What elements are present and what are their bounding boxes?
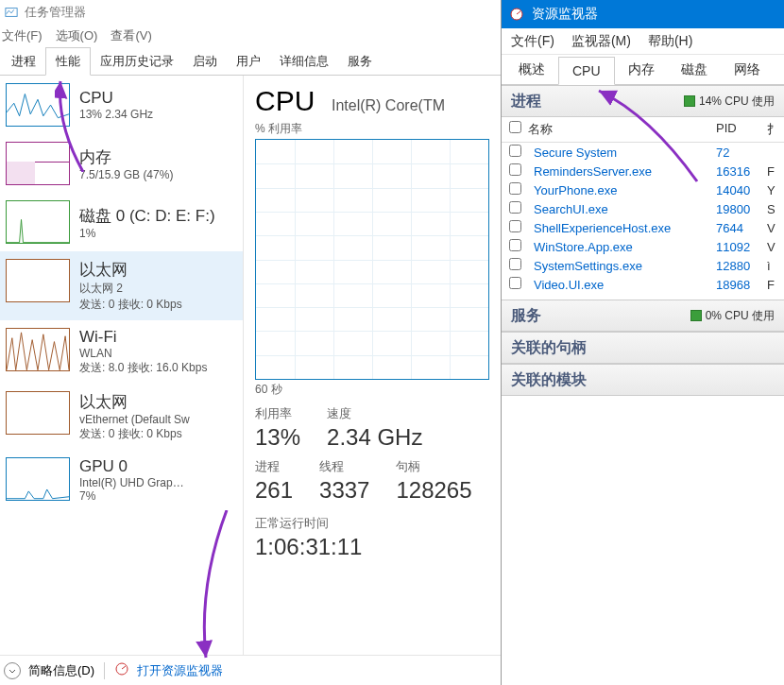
process-table-header: 名称 PID 扌 <box>502 117 784 143</box>
sidebar-item-gpu[interactable]: GPU 0 Intel(R) UHD Grap… 7% <box>0 450 243 510</box>
chevron-down-icon[interactable] <box>4 662 21 679</box>
tab-startup[interactable]: 启动 <box>183 48 227 75</box>
sidebar-cpu-title: CPU <box>79 89 237 108</box>
process-name: RemindersServer.exe <box>534 164 716 179</box>
open-resource-monitor-link[interactable]: 打开资源监视器 <box>137 662 223 679</box>
resource-monitor-window: 资源监视器 文件(F) 监视器(M) 帮助(H) 概述 CPU 内存 磁盘 网络… <box>501 0 784 685</box>
row-checkbox[interactable] <box>509 258 521 270</box>
task-manager-icon <box>4 5 19 20</box>
table-row[interactable]: ShellExperienceHost.exe7644V <box>502 218 784 237</box>
menubar: 文件(F) 选项(O) 查看(V) <box>0 25 501 47</box>
detail-pane: CPU Intel(R) Core(TM % 利用率 60 秒 利用率 13% … <box>244 76 501 655</box>
section-services[interactable]: 服务 0% CPU 使用 <box>502 300 784 332</box>
footer: 简略信息(D) 打开资源监视器 <box>0 655 501 685</box>
cpu-usage-badge: 14% CPU 使用 <box>684 94 775 110</box>
menu-options[interactable]: 选项(O) <box>56 27 98 44</box>
section-handles[interactable]: 关联的句柄 <box>502 332 784 364</box>
stat-threads: 3337 <box>319 477 369 504</box>
sidebar-cpu-sub: 13% 2.34 GHz <box>79 108 237 121</box>
row-checkbox[interactable] <box>509 145 521 157</box>
svg-line-2 <box>122 666 126 669</box>
stat-handles: 128265 <box>396 477 471 504</box>
rm-menu-monitor[interactable]: 监视器(M) <box>571 33 631 50</box>
process-name: SearchUI.exe <box>534 202 716 216</box>
chart-x-label: 60 秒 <box>255 382 501 398</box>
table-row[interactable]: SystemSettings.exe12880ì <box>502 256 784 275</box>
row-checkbox[interactable] <box>509 239 521 251</box>
rm-tab-network[interactable]: 网络 <box>721 56 774 84</box>
process-name: YourPhone.exe <box>534 183 716 197</box>
process-name: SystemSettings.exe <box>534 259 716 273</box>
select-all-checkbox[interactable] <box>509 121 521 133</box>
stat-uptime: 1:06:31:11 <box>255 534 501 560</box>
rm-title-text: 资源监视器 <box>532 6 598 23</box>
task-manager-window: 任务管理器 文件(F) 选项(O) 查看(V) 进程 性能 应用历史记录 启动 … <box>0 0 501 685</box>
process-name: ShellExperienceHost.exe <box>534 221 716 235</box>
col-name[interactable]: 名称 <box>528 121 716 138</box>
sidebar-item-vethernet[interactable]: 以太网 vEthernet (Default Sw 发送: 0 接收: 0 Kb… <box>0 384 243 450</box>
rm-menu-file[interactable]: 文件(F) <box>511 33 554 50</box>
stat-speed: 2.34 GHz <box>327 424 422 451</box>
tab-services[interactable]: 服务 <box>338 48 382 75</box>
resource-monitor-icon <box>114 661 129 679</box>
table-row[interactable]: YourPhone.exe14040Y <box>502 180 784 199</box>
cpu-model: Intel(R) Core(TM <box>332 97 445 113</box>
stat-utilization: 13% <box>255 424 300 451</box>
process-pid: 11092 <box>716 240 767 254</box>
process-pid: 72 <box>716 146 767 160</box>
table-row[interactable]: SearchUI.exe19800S <box>502 199 784 218</box>
sidebar-item-wifi[interactable]: Wi-Fi WLAN 发送: 8.0 接收: 16.0 Kbps <box>0 320 243 384</box>
rm-tab-memory[interactable]: 内存 <box>615 56 668 84</box>
rm-tabbar: 概述 CPU 内存 磁盘 网络 <box>502 55 784 85</box>
rm-menu-help[interactable]: 帮助(H) <box>648 33 692 50</box>
tab-users[interactable]: 用户 <box>227 48 270 75</box>
brief-info[interactable]: 简略信息(D) <box>28 662 94 679</box>
process-pid: 18968 <box>716 278 767 292</box>
row-checkbox[interactable] <box>509 201 521 214</box>
process-table-body: Secure System72RemindersServer.exe16316F… <box>502 143 784 294</box>
process-name: Secure System <box>534 146 716 160</box>
sidebar-item-cpu[interactable]: CPU 13% 2.34 GHz <box>0 76 243 134</box>
chart-y-label: % 利用率 <box>255 121 501 137</box>
process-name: WinStore.App.exe <box>534 240 716 254</box>
title-text: 任务管理器 <box>25 4 86 21</box>
section-processes[interactable]: 进程 14% CPU 使用 <box>502 85 784 117</box>
sidebar-mem-title: 内存 <box>79 146 237 168</box>
process-pid: 14040 <box>716 183 767 197</box>
rm-titlebar: 资源监视器 <box>502 0 784 28</box>
table-row[interactable]: Video.UI.exe18968F <box>502 275 784 294</box>
row-checkbox[interactable] <box>509 163 521 176</box>
tab-processes[interactable]: 进程 <box>2 48 45 75</box>
row-checkbox[interactable] <box>509 182 521 195</box>
menu-view[interactable]: 查看(V) <box>111 27 151 44</box>
menu-file[interactable]: 文件(F) <box>2 27 43 44</box>
sidebar-item-ethernet[interactable]: 以太网 以太网 2 发送: 0 接收: 0 Kbps <box>0 251 243 320</box>
row-checkbox[interactable] <box>509 277 521 289</box>
table-row[interactable]: WinStore.App.exe11092V <box>502 237 784 256</box>
sidebar: CPU 13% 2.34 GHz 内存 7.5/15.9 GB (47%) <box>0 76 244 655</box>
col-pid[interactable]: PID <box>716 121 767 138</box>
tab-performance[interactable]: 性能 <box>45 47 91 76</box>
titlebar: 任务管理器 <box>0 0 501 25</box>
rm-tab-cpu[interactable]: CPU <box>558 57 615 85</box>
process-name: Video.UI.exe <box>534 278 716 292</box>
process-pid: 16316 <box>716 164 767 179</box>
sidebar-item-disk[interactable]: 磁盘 0 (C: D: E: F:) 1% <box>0 193 243 251</box>
detail-heading: CPU <box>255 85 315 117</box>
section-modules[interactable]: 关联的模块 <box>502 364 784 396</box>
row-checkbox[interactable] <box>509 220 521 232</box>
table-row[interactable]: Secure System72 <box>502 143 784 162</box>
rm-tab-overview[interactable]: 概述 <box>505 56 558 84</box>
rm-menubar: 文件(F) 监视器(M) 帮助(H) <box>502 28 784 55</box>
process-pid: 7644 <box>716 221 767 235</box>
tab-app-history[interactable]: 应用历史记录 <box>91 48 183 75</box>
process-pid: 19800 <box>716 202 767 216</box>
sidebar-item-memory[interactable]: 内存 7.5/15.9 GB (47%) <box>0 134 243 193</box>
stat-processes: 261 <box>255 477 293 504</box>
table-row[interactable]: RemindersServer.exe16316F <box>502 162 784 180</box>
rm-tab-disk[interactable]: 磁盘 <box>668 56 721 84</box>
tab-details[interactable]: 详细信息 <box>270 48 338 75</box>
resource-monitor-icon <box>509 7 524 22</box>
tab-bar: 进程 性能 应用历史记录 启动 用户 详细信息 服务 <box>0 47 501 76</box>
process-pid: 12880 <box>716 259 767 273</box>
